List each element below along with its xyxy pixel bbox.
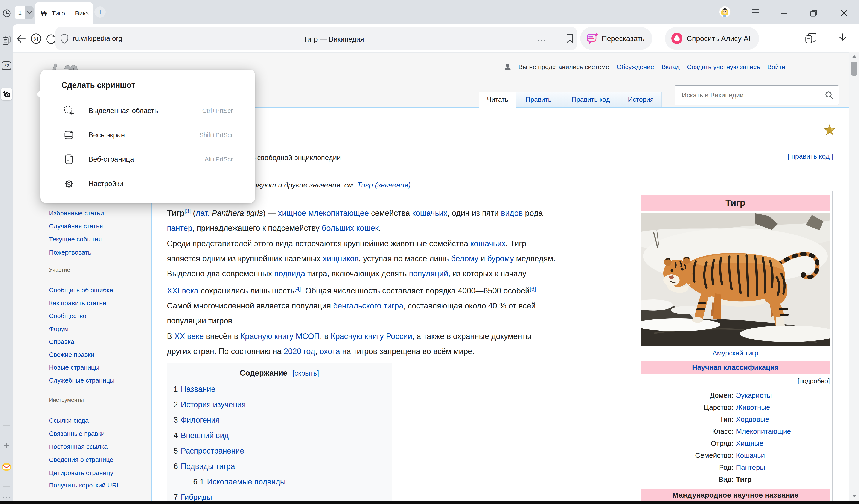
toolbar-separator [796, 32, 796, 45]
sidebar-link-special-pages[interactable]: Служебные страницы [49, 374, 115, 387]
personal-link-login[interactable]: Войти [767, 63, 785, 71]
window-restore-button[interactable] [808, 8, 819, 18]
sidebar-link-related-changes[interactable]: Связанные правки [49, 427, 150, 440]
wiki-search-box[interactable] [675, 86, 839, 105]
tax-value[interactable]: Хищные [736, 439, 764, 447]
ask-alice-button[interactable]: Спросить Алису AI [665, 27, 759, 50]
sidebar-link-report-error[interactable]: Сообщить об ошибке [49, 284, 115, 297]
taxobox-section-classification[interactable]: Научная классификация [641, 361, 830, 374]
personal-link-contributions[interactable]: Вклад [661, 63, 680, 71]
toc-item[interactable]: 6Подвиды тигра [174, 459, 385, 474]
screenshot-camera-icon [2, 91, 11, 98]
sidebar-link-help[interactable]: Справка [49, 335, 115, 348]
menu-item-shortcut: Ctrl+PrtScr [202, 107, 233, 114]
browser-tab[interactable]: W Тигр — Википедия [35, 2, 93, 25]
menu-item-settings[interactable]: Настройки [40, 174, 255, 194]
window-close-button[interactable] [839, 8, 849, 18]
tabs-panel-icon[interactable] [805, 33, 817, 45]
scroll-up-icon[interactable] [852, 55, 857, 58]
toc-item[interactable]: 1Название [174, 381, 385, 397]
address-more-icon[interactable]: … [537, 32, 547, 43]
tax-value[interactable]: Животные [736, 403, 770, 412]
toc-item[interactable]: 5Распространение [174, 443, 385, 459]
wikipedia-favicon: W [40, 9, 48, 17]
menu-item-web-page[interactable]: Веб-страница Alt+PrtScr [40, 149, 255, 169]
personal-link-create-account[interactable]: Создать учётную запись [687, 63, 760, 71]
sidebar-link-how-to-edit[interactable]: Как править статьи [49, 297, 115, 309]
edit-section-link[interactable]: [ править код ] [167, 152, 833, 161]
tab-group-chevron[interactable] [25, 6, 33, 19]
sidebar-link-permanent-link[interactable]: Постоянная ссылка [49, 440, 150, 453]
bookmark-icon[interactable] [566, 33, 573, 43]
taxobox-classification-table: Домен:Эукариоты Царство:Животные Тип:Хор… [641, 390, 830, 486]
tabs-stack-icon[interactable] [2, 35, 11, 45]
downloads-icon[interactable] [837, 33, 848, 45]
screen-bottom-strip [0, 501, 859, 504]
toc-item-sub[interactable]: 6.1Ископаемые подвиды [174, 474, 385, 490]
tab-counter-badge[interactable]: 72 [1, 61, 11, 70]
search-icon[interactable] [825, 90, 834, 100]
menu-item-selected-area[interactable]: Выделенная область Ctrl+PrtScr [40, 101, 255, 121]
yandex-mail-icon[interactable] [1, 461, 12, 473]
personal-link-discussion[interactable]: Обсуждение [617, 63, 654, 71]
history-clock-icon[interactable] [2, 9, 11, 18]
tab-group-chip[interactable]: 1 [15, 6, 33, 19]
wiki-tab-read[interactable]: Читать [479, 92, 516, 107]
sidebar-link-recent-changes[interactable]: Свежие правки [49, 348, 115, 361]
wiki-tab-edit[interactable]: Править [516, 92, 561, 107]
tax-value[interactable]: Эукариоты [736, 391, 772, 399]
menu-item-full-screen[interactable]: Весь экран Shift+PrtScr [40, 125, 255, 145]
tax-value[interactable]: Кошачьи [736, 452, 765, 460]
page-scrollbar[interactable] [849, 52, 859, 504]
alice-label: Спросить Алису AI [687, 34, 751, 43]
profile-avatar[interactable] [719, 6, 730, 18]
window-minimize-button[interactable] [779, 9, 789, 18]
tab-title: Тигр — Википедия [52, 10, 86, 17]
sidebar-link-page-info[interactable]: Сведения о странице [49, 453, 150, 466]
sidebar-link-donate[interactable]: Пожертвовать [49, 246, 104, 259]
sidebar-add-button[interactable]: + [0, 439, 13, 451]
tab-group-count[interactable]: 1 [15, 6, 25, 19]
new-tab-button[interactable]: + [94, 6, 106, 18]
sidebar-link-new-pages[interactable]: Новые страницы [49, 361, 115, 374]
wiki-tab-edit-source[interactable]: Править код [561, 92, 620, 107]
tax-value[interactable]: Пантеры [736, 463, 765, 472]
toc-hide-link[interactable]: [скрыть] [292, 369, 319, 377]
menu-hamburger-icon[interactable] [751, 8, 760, 17]
sidebar-link-short-url[interactable]: Получить короткий URL [49, 479, 150, 491]
reload-icon[interactable] [46, 33, 57, 44]
not-logged-in-label: Вы не представились системе [518, 63, 609, 71]
wiki-tab-history[interactable]: История [620, 92, 662, 107]
wiki-sidebar-group-tools: Ссылки сюда Связанные правки Постоянная … [49, 414, 150, 491]
yandex-search-icon[interactable]: Я [30, 33, 42, 44]
taxobox-detail-link[interactable]: [подробно] [641, 377, 830, 385]
sidebar-link-cite-page[interactable]: Цитировать страницу [49, 466, 150, 479]
featured-star-icon[interactable] [824, 124, 835, 135]
sidebar-link-forum[interactable]: Форум [49, 322, 115, 335]
user-icon [504, 63, 511, 71]
sidebar-link-what-links-here[interactable]: Ссылки сюда [49, 414, 150, 427]
tax-value[interactable]: Хордовые [736, 415, 769, 424]
toc-item[interactable]: 2История изучения [174, 397, 385, 412]
tax-value[interactable]: Млекопитающие [736, 427, 791, 436]
search-input[interactable] [681, 91, 825, 100]
url-text[interactable]: ru.wikipedia.org [73, 34, 122, 43]
taxobox-image-caption[interactable]: Амурский тигр [641, 349, 830, 357]
back-icon[interactable] [16, 33, 27, 44]
screenshot-tool-button[interactable] [1, 88, 12, 101]
toc-item[interactable]: 3Филогения [174, 412, 385, 428]
sidebar-link-current-events[interactable]: Текущие события [49, 233, 104, 246]
sidebar-link-featured[interactable]: Избранные статьи [49, 207, 104, 219]
toc-item[interactable]: 4Внешний вид [174, 428, 385, 443]
menu-item-shortcut: Alt+PrtScr [205, 156, 233, 163]
scrollbar-thumb[interactable] [851, 62, 858, 76]
tab-close-icon[interactable] [86, 11, 89, 16]
site-security-shield-icon[interactable] [60, 33, 69, 44]
sidebar-link-community[interactable]: Сообщество [49, 309, 115, 322]
paragraph-3: В XX веке внесён в Красную книгу МСОП, в… [167, 329, 639, 359]
sidebar-link-random[interactable]: Случайная статья [49, 219, 104, 233]
retell-button[interactable]: Пересказать [580, 27, 652, 50]
scroll-down-icon[interactable] [852, 494, 857, 498]
taxobox-section-latin-name: Международное научное название [641, 489, 830, 501]
tiger-photo[interactable] [641, 213, 830, 346]
